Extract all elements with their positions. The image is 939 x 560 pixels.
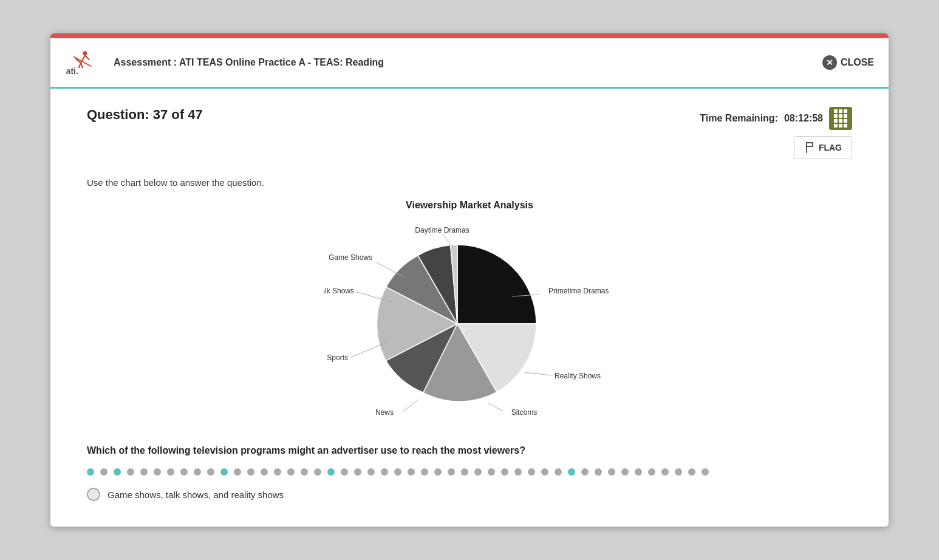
assessment-title: Assessment : ATI TEAS Online Practice A …: [114, 57, 822, 68]
dot-34[interactable]: [528, 468, 535, 476]
dot-36[interactable]: [555, 468, 562, 476]
dot-14[interactable]: [261, 468, 268, 476]
timer: Time Remaining: 08:12:58: [700, 107, 852, 130]
calculator-button[interactable]: [829, 107, 852, 130]
close-label: CLOSE: [841, 57, 874, 68]
label-talkshows: Talk Shows: [324, 287, 354, 295]
dot-6[interactable]: [154, 468, 161, 476]
svg-line-13: [524, 372, 551, 375]
question-text: Which of the following television progra…: [87, 445, 633, 456]
close-button[interactable]: ✕ CLOSE: [822, 55, 874, 70]
dot-38[interactable]: [581, 468, 589, 476]
chart-section: Viewership Market Analysis: [324, 200, 615, 427]
ati-logo: ati.: [65, 47, 97, 78]
dot-23[interactable]: [381, 468, 388, 476]
dot-2[interactable]: [100, 468, 108, 476]
dot-45[interactable]: [675, 468, 682, 476]
dot-18[interactable]: [314, 468, 321, 476]
dot-5[interactable]: [140, 468, 148, 476]
dot-31[interactable]: [488, 468, 495, 476]
dot-20[interactable]: [341, 468, 348, 476]
flag-button[interactable]: FLAG: [794, 136, 852, 159]
dot-26[interactable]: [421, 468, 428, 476]
dot-12[interactable]: [234, 468, 241, 476]
dot-22[interactable]: [367, 468, 375, 476]
dot-28[interactable]: [448, 468, 455, 476]
dot-16[interactable]: [287, 468, 295, 476]
svg-rect-11: [812, 142, 813, 147]
dot-11[interactable]: [220, 468, 228, 476]
question-header: Question: 37 of 47 Time Remaining: 08:12…: [87, 107, 852, 159]
content-area: Question: 37 of 47 Time Remaining: 08:12…: [50, 89, 889, 527]
dot-25[interactable]: [408, 468, 415, 476]
label-gameshows: Game Shows: [329, 253, 372, 262]
answer-text-1: Game shows, talk shows, and reality show…: [108, 490, 284, 500]
svg-text:ati.: ati.: [66, 67, 78, 77]
calculator-icon: [834, 109, 847, 128]
dot-8[interactable]: [180, 468, 188, 476]
label-sports: Sports: [327, 353, 348, 362]
dot-4[interactable]: [127, 468, 134, 476]
dot-19[interactable]: [327, 468, 335, 476]
answer-option-1[interactable]: Game shows, talk shows, and reality show…: [87, 488, 852, 501]
flag-icon: [804, 142, 815, 154]
svg-line-14: [488, 403, 503, 411]
time-value: 08:12:58: [784, 113, 823, 124]
dot-41[interactable]: [621, 468, 629, 476]
chart-title: Viewership Market Analysis: [406, 200, 533, 211]
dot-29[interactable]: [461, 468, 468, 476]
dot-3[interactable]: [114, 468, 121, 476]
dot-33[interactable]: [514, 468, 522, 476]
svg-line-15: [403, 400, 418, 412]
dot-27[interactable]: [434, 468, 442, 476]
radio-button-1[interactable]: [87, 488, 100, 501]
svg-line-5: [81, 63, 83, 68]
timer-section: Time Remaining: 08:12:58: [700, 107, 852, 159]
top-accent-bar: [50, 33, 889, 38]
dots-navigation: [87, 468, 852, 476]
dot-47[interactable]: [702, 468, 709, 476]
pie-chart-container: Primetime Dramas Reality Shows Sitcoms N…: [324, 220, 615, 427]
dot-10[interactable]: [207, 468, 214, 476]
dot-7[interactable]: [167, 468, 174, 476]
dot-46[interactable]: [688, 468, 695, 476]
logo: ati.: [65, 47, 99, 78]
dot-39[interactable]: [595, 468, 602, 476]
header: ati. Assessment : ATI TEAS Online Practi…: [50, 38, 889, 89]
dot-15[interactable]: [274, 468, 281, 476]
dot-42[interactable]: [635, 468, 642, 476]
dot-32[interactable]: [501, 468, 508, 476]
label-primetime: Primetime Dramas: [548, 287, 609, 295]
dot-13[interactable]: [247, 468, 254, 476]
instruction-text: Use the chart below to answer the questi…: [87, 177, 852, 188]
svg-point-0: [83, 51, 87, 55]
dot-24[interactable]: [394, 468, 401, 476]
dot-30[interactable]: [474, 468, 482, 476]
svg-line-3: [85, 55, 89, 60]
dot-9[interactable]: [194, 468, 201, 476]
label-sitcoms: Sitcoms: [511, 408, 538, 417]
dot-44[interactable]: [661, 468, 669, 476]
dot-40[interactable]: [608, 468, 615, 476]
label-daytimedramas: Daytime Dramas: [415, 226, 469, 234]
close-icon: ✕: [822, 55, 837, 70]
label-news: News: [375, 408, 394, 417]
svg-rect-8: [806, 142, 807, 153]
main-window: ati. Assessment : ATI TEAS Online Practi…: [50, 33, 889, 527]
dot-43[interactable]: [648, 468, 655, 476]
chart-wrapper: Viewership Market Analysis: [87, 200, 852, 445]
pie-chart: Primetime Dramas Reality Shows Sitcoms N…: [324, 220, 615, 427]
dot-17[interactable]: [301, 468, 308, 476]
dot-37[interactable]: [568, 468, 575, 476]
dot-21[interactable]: [354, 468, 361, 476]
flag-label: FLAG: [819, 143, 842, 152]
time-remaining-label: Time Remaining:: [700, 113, 778, 124]
dot-35[interactable]: [541, 468, 548, 476]
question-number: Question: 37 of 47: [87, 107, 203, 123]
dot-1[interactable]: [87, 468, 94, 476]
label-reality: Reality Shows: [555, 372, 601, 380]
